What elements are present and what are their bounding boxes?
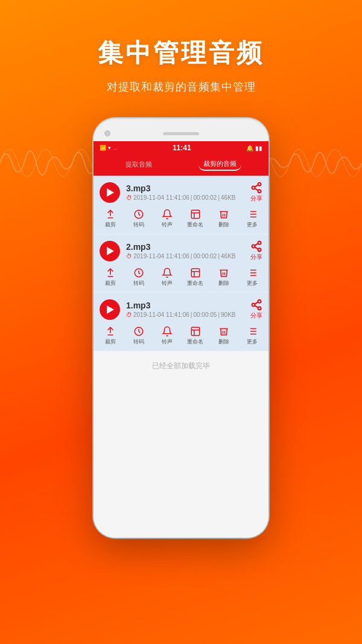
play-button-3[interactable]	[100, 299, 120, 320]
audio-duration-2: 00:00:02	[193, 253, 217, 260]
svg-rect-21	[191, 269, 200, 277]
cut-icon-1	[105, 209, 116, 220]
rename-icon-3	[190, 326, 201, 337]
share-button-3[interactable]: 分享	[250, 299, 262, 320]
action-delete-label-3: 删除	[218, 338, 229, 346]
action-cut-2[interactable]: 裁剪	[100, 267, 121, 287]
svg-point-2	[258, 190, 261, 193]
action-more-3[interactable]: 更多	[241, 326, 263, 346]
action-rename-3[interactable]: 重命名	[185, 326, 206, 346]
action-rename-label-3: 重命名	[187, 338, 203, 346]
play-icon-2	[107, 247, 114, 255]
audio-duration-1: 00:00:02	[193, 194, 217, 201]
audio-size-2: 46KB	[221, 253, 235, 260]
svg-line-18	[255, 247, 258, 249]
audio-name-3: 1.mp3	[126, 301, 250, 310]
ringtone-icon-1	[162, 209, 173, 220]
main-title: 集中管理音频	[12, 36, 350, 70]
action-transcode-1[interactable]: 转码	[128, 209, 150, 229]
clock-icon-3: ⏱	[126, 311, 132, 318]
battery-icon: ▮▮	[255, 145, 262, 151]
phone-top	[94, 127, 268, 141]
action-cut-label-2: 裁剪	[105, 279, 116, 287]
play-button-1[interactable]	[100, 182, 120, 203]
action-ringtone-1[interactable]: 铃声	[156, 209, 178, 229]
action-ringtone-label-3: 铃声	[162, 338, 173, 346]
svg-line-33	[255, 305, 258, 307]
status-right: 🔔 ▮▮	[246, 145, 262, 151]
action-transcode-label-3: 转码	[133, 338, 144, 346]
cut-icon-2	[105, 267, 116, 278]
audio-meta-3: ⏱ 2019-11-04 11:41:06 | 00:00:05 | 90KB	[126, 311, 250, 318]
share-label-1: 分享	[250, 194, 262, 203]
action-delete-label-2: 删除	[218, 279, 229, 287]
cut-icon-3	[105, 326, 116, 337]
action-row-2: 裁剪 转码 铃声 重命名	[94, 264, 268, 292]
phone-mockup: 📶 ▾ ... 11:41 🔔 ▮▮ 提取音频 裁剪的音频	[94, 118, 268, 538]
more-icon-1	[247, 209, 258, 220]
notification-icon: 🔔	[246, 145, 253, 151]
phone-speaker	[163, 132, 199, 135]
share-button-2[interactable]: 分享	[250, 240, 262, 261]
audio-item-1: 3.mp3 ⏱ 2019-11-04 11:41:06 | 00:00:02 |…	[94, 176, 268, 234]
svg-line-34	[255, 302, 258, 304]
transcode-icon-3	[133, 326, 144, 337]
tab-extract[interactable]: 提取音频	[121, 159, 157, 170]
action-rename-label-1: 重命名	[187, 221, 203, 229]
wifi-icon: ▾	[108, 145, 111, 151]
action-delete-1[interactable]: 删除	[213, 209, 235, 229]
play-icon-1	[107, 188, 114, 197]
audio-meta-2: ⏱ 2019-11-04 11:41:06 | 00:00:02 | 46KB	[126, 253, 250, 260]
loaded-footer: 已经全部加载完毕	[94, 351, 268, 381]
action-cut-1[interactable]: 裁剪	[100, 209, 121, 229]
action-more-label-3: 更多	[247, 338, 258, 346]
rename-icon-2	[190, 267, 201, 278]
transcode-icon-2	[133, 267, 144, 278]
action-ringtone-label-2: 铃声	[162, 279, 173, 287]
phone-camera	[104, 130, 110, 136]
svg-line-3	[255, 188, 258, 190]
audio-date-3: 2019-11-04 11:41:06	[133, 311, 189, 318]
svg-point-32	[258, 307, 261, 310]
share-label-2: 分享	[250, 253, 262, 261]
action-more-2[interactable]: 更多	[241, 267, 263, 287]
action-transcode-label-1: 转码	[133, 221, 144, 229]
share-label-3: 分享	[250, 311, 262, 320]
audio-size-3: 90KB	[221, 311, 235, 318]
audio-info-1: 3.mp3 ⏱ 2019-11-04 11:41:06 | 00:00:02 |…	[126, 183, 250, 201]
share-button-1[interactable]: 分享	[250, 182, 262, 203]
audio-item-3: 1.mp3 ⏱ 2019-11-04 11:41:06 | 00:00:05 |…	[94, 293, 268, 351]
action-delete-3[interactable]: 删除	[213, 326, 235, 346]
action-rename-2[interactable]: 重命名	[185, 267, 206, 287]
header-section: 集中管理音频 对提取和裁剪的音频集中管理	[0, 0, 362, 112]
sub-title: 对提取和裁剪的音频集中管理	[12, 80, 350, 94]
clock-icon-1: ⏱	[126, 194, 132, 201]
share-icon-2	[250, 240, 262, 252]
signal-icon: 📶	[100, 145, 106, 151]
tab-cut[interactable]: 裁剪的音频	[198, 158, 241, 171]
svg-point-30	[258, 300, 261, 303]
action-rename-1[interactable]: 重命名	[185, 209, 206, 229]
delete-icon-2	[218, 267, 229, 278]
audio-date-1: 2019-11-04 11:41:06	[133, 194, 189, 201]
svg-point-0	[258, 183, 261, 186]
audio-size-1: 46KB	[221, 194, 235, 201]
action-cut-3[interactable]: 裁剪	[100, 326, 121, 346]
action-ringtone-2[interactable]: 铃声	[156, 267, 178, 287]
audio-date-2: 2019-11-04 11:41:06	[133, 253, 189, 260]
rename-icon-1	[190, 209, 201, 220]
svg-point-17	[258, 248, 261, 251]
action-transcode-3[interactable]: 转码	[128, 326, 150, 346]
action-delete-2[interactable]: 删除	[213, 267, 235, 287]
transcode-icon-1	[133, 209, 144, 220]
share-icon-1	[250, 182, 262, 194]
action-more-1[interactable]: 更多	[241, 209, 263, 229]
action-transcode-2[interactable]: 转码	[128, 267, 150, 287]
action-rename-label-2: 重命名	[187, 279, 203, 287]
audio-name-2: 2.mp3	[126, 242, 250, 252]
action-ringtone-3[interactable]: 铃声	[156, 326, 178, 346]
action-row-1: 裁剪 转码 铃声 重命名	[94, 205, 268, 234]
play-button-2[interactable]	[100, 241, 120, 261]
tab-bar: 提取音频 裁剪的音频	[94, 155, 268, 176]
action-transcode-label-2: 转码	[133, 279, 144, 287]
